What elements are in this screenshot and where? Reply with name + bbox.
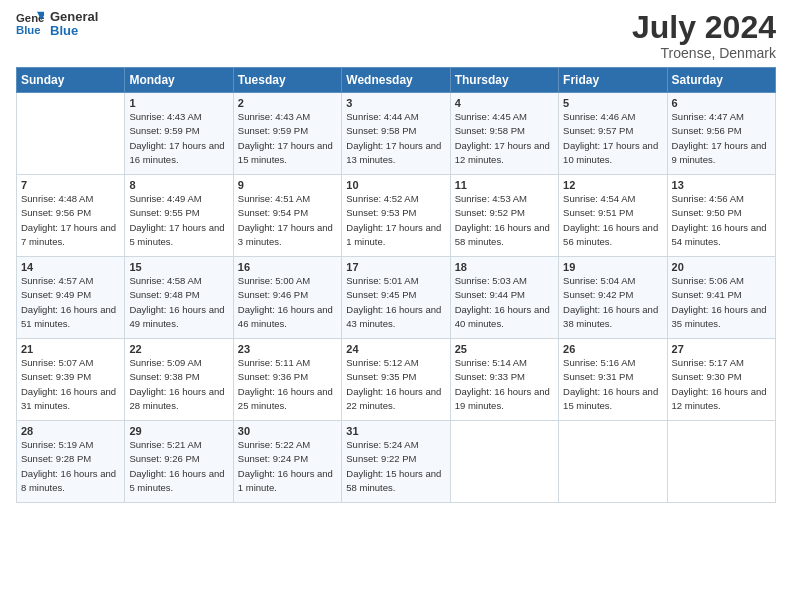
- sunrise-text: Sunrise: 5:04 AM: [563, 274, 662, 288]
- daylight-text: Daylight: 16 hours and 51 minutes.: [21, 303, 120, 332]
- calendar-cell: 13Sunrise: 4:56 AMSunset: 9:50 PMDayligh…: [667, 175, 775, 257]
- sunrise-text: Sunrise: 4:48 AM: [21, 192, 120, 206]
- logo-icon: General Blue: [16, 10, 44, 38]
- day-info: Sunrise: 4:54 AMSunset: 9:51 PMDaylight:…: [563, 192, 662, 249]
- calendar-cell: 26Sunrise: 5:16 AMSunset: 9:31 PMDayligh…: [559, 339, 667, 421]
- sunset-text: Sunset: 9:58 PM: [346, 124, 445, 138]
- day-info: Sunrise: 5:17 AMSunset: 9:30 PMDaylight:…: [672, 356, 771, 413]
- day-info: Sunrise: 5:21 AMSunset: 9:26 PMDaylight:…: [129, 438, 228, 495]
- sunset-text: Sunset: 9:57 PM: [563, 124, 662, 138]
- daylight-text: Daylight: 15 hours and 58 minutes.: [346, 467, 445, 496]
- daylight-text: Daylight: 16 hours and 31 minutes.: [21, 385, 120, 414]
- day-number: 17: [346, 261, 445, 273]
- day-number: 21: [21, 343, 120, 355]
- sunset-text: Sunset: 9:39 PM: [21, 370, 120, 384]
- day-number: 18: [455, 261, 554, 273]
- sunset-text: Sunset: 9:59 PM: [238, 124, 337, 138]
- sunset-text: Sunset: 9:31 PM: [563, 370, 662, 384]
- title-block: July 2024 Troense, Denmark: [632, 10, 776, 61]
- sunrise-text: Sunrise: 4:51 AM: [238, 192, 337, 206]
- calendar-cell: 6Sunrise: 4:47 AMSunset: 9:56 PMDaylight…: [667, 93, 775, 175]
- calendar-cell: 31Sunrise: 5:24 AMSunset: 9:22 PMDayligh…: [342, 421, 450, 503]
- calendar-cell: [17, 93, 125, 175]
- daylight-text: Daylight: 17 hours and 3 minutes.: [238, 221, 337, 250]
- day-info: Sunrise: 4:43 AMSunset: 9:59 PMDaylight:…: [129, 110, 228, 167]
- sunset-text: Sunset: 9:36 PM: [238, 370, 337, 384]
- calendar-cell: 16Sunrise: 5:00 AMSunset: 9:46 PMDayligh…: [233, 257, 341, 339]
- day-info: Sunrise: 4:53 AMSunset: 9:52 PMDaylight:…: [455, 192, 554, 249]
- day-number: 26: [563, 343, 662, 355]
- calendar-cell: 9Sunrise: 4:51 AMSunset: 9:54 PMDaylight…: [233, 175, 341, 257]
- sunrise-text: Sunrise: 5:16 AM: [563, 356, 662, 370]
- location: Troense, Denmark: [632, 45, 776, 61]
- day-number: 8: [129, 179, 228, 191]
- page-header: General Blue General Blue July 2024 Troe…: [16, 10, 776, 61]
- sunset-text: Sunset: 9:30 PM: [672, 370, 771, 384]
- day-info: Sunrise: 5:22 AMSunset: 9:24 PMDaylight:…: [238, 438, 337, 495]
- calendar-cell: 22Sunrise: 5:09 AMSunset: 9:38 PMDayligh…: [125, 339, 233, 421]
- calendar-cell: 27Sunrise: 5:17 AMSunset: 9:30 PMDayligh…: [667, 339, 775, 421]
- weekday-header: Sunday: [17, 68, 125, 93]
- daylight-text: Daylight: 17 hours and 12 minutes.: [455, 139, 554, 168]
- sunset-text: Sunset: 9:24 PM: [238, 452, 337, 466]
- daylight-text: Daylight: 17 hours and 7 minutes.: [21, 221, 120, 250]
- calendar-table: SundayMondayTuesdayWednesdayThursdayFrid…: [16, 67, 776, 503]
- day-number: 10: [346, 179, 445, 191]
- day-info: Sunrise: 4:56 AMSunset: 9:50 PMDaylight:…: [672, 192, 771, 249]
- sunrise-text: Sunrise: 5:17 AM: [672, 356, 771, 370]
- daylight-text: Daylight: 16 hours and 19 minutes.: [455, 385, 554, 414]
- sunrise-text: Sunrise: 5:22 AM: [238, 438, 337, 452]
- calendar-cell: 10Sunrise: 4:52 AMSunset: 9:53 PMDayligh…: [342, 175, 450, 257]
- daylight-text: Daylight: 16 hours and 12 minutes.: [672, 385, 771, 414]
- sunset-text: Sunset: 9:22 PM: [346, 452, 445, 466]
- calendar-week-row: 14Sunrise: 4:57 AMSunset: 9:49 PMDayligh…: [17, 257, 776, 339]
- day-info: Sunrise: 4:57 AMSunset: 9:49 PMDaylight:…: [21, 274, 120, 331]
- sunset-text: Sunset: 9:53 PM: [346, 206, 445, 220]
- sunset-text: Sunset: 9:50 PM: [672, 206, 771, 220]
- calendar-week-row: 1Sunrise: 4:43 AMSunset: 9:59 PMDaylight…: [17, 93, 776, 175]
- day-info: Sunrise: 4:44 AMSunset: 9:58 PMDaylight:…: [346, 110, 445, 167]
- sunrise-text: Sunrise: 4:52 AM: [346, 192, 445, 206]
- calendar-cell: 17Sunrise: 5:01 AMSunset: 9:45 PMDayligh…: [342, 257, 450, 339]
- daylight-text: Daylight: 16 hours and 43 minutes.: [346, 303, 445, 332]
- daylight-text: Daylight: 16 hours and 35 minutes.: [672, 303, 771, 332]
- sunrise-text: Sunrise: 4:43 AM: [129, 110, 228, 124]
- day-number: 23: [238, 343, 337, 355]
- sunset-text: Sunset: 9:56 PM: [21, 206, 120, 220]
- sunset-text: Sunset: 9:46 PM: [238, 288, 337, 302]
- day-info: Sunrise: 5:11 AMSunset: 9:36 PMDaylight:…: [238, 356, 337, 413]
- sunrise-text: Sunrise: 4:49 AM: [129, 192, 228, 206]
- calendar-cell: 2Sunrise: 4:43 AMSunset: 9:59 PMDaylight…: [233, 93, 341, 175]
- weekday-header: Tuesday: [233, 68, 341, 93]
- daylight-text: Daylight: 16 hours and 8 minutes.: [21, 467, 120, 496]
- day-info: Sunrise: 4:47 AMSunset: 9:56 PMDaylight:…: [672, 110, 771, 167]
- day-number: 27: [672, 343, 771, 355]
- sunrise-text: Sunrise: 4:43 AM: [238, 110, 337, 124]
- sunset-text: Sunset: 9:59 PM: [129, 124, 228, 138]
- sunrise-text: Sunrise: 4:46 AM: [563, 110, 662, 124]
- daylight-text: Daylight: 16 hours and 58 minutes.: [455, 221, 554, 250]
- calendar-cell: 14Sunrise: 4:57 AMSunset: 9:49 PMDayligh…: [17, 257, 125, 339]
- weekday-header-row: SundayMondayTuesdayWednesdayThursdayFrid…: [17, 68, 776, 93]
- sunrise-text: Sunrise: 4:53 AM: [455, 192, 554, 206]
- calendar-cell: 3Sunrise: 4:44 AMSunset: 9:58 PMDaylight…: [342, 93, 450, 175]
- calendar-cell: 30Sunrise: 5:22 AMSunset: 9:24 PMDayligh…: [233, 421, 341, 503]
- sunset-text: Sunset: 9:58 PM: [455, 124, 554, 138]
- sunset-text: Sunset: 9:51 PM: [563, 206, 662, 220]
- sunset-text: Sunset: 9:55 PM: [129, 206, 228, 220]
- calendar-cell: 21Sunrise: 5:07 AMSunset: 9:39 PMDayligh…: [17, 339, 125, 421]
- day-number: 28: [21, 425, 120, 437]
- calendar-cell: 19Sunrise: 5:04 AMSunset: 9:42 PMDayligh…: [559, 257, 667, 339]
- sunset-text: Sunset: 9:38 PM: [129, 370, 228, 384]
- sunrise-text: Sunrise: 5:21 AM: [129, 438, 228, 452]
- daylight-text: Daylight: 16 hours and 40 minutes.: [455, 303, 554, 332]
- sunset-text: Sunset: 9:28 PM: [21, 452, 120, 466]
- sunset-text: Sunset: 9:45 PM: [346, 288, 445, 302]
- day-info: Sunrise: 5:14 AMSunset: 9:33 PMDaylight:…: [455, 356, 554, 413]
- day-number: 25: [455, 343, 554, 355]
- sunrise-text: Sunrise: 4:44 AM: [346, 110, 445, 124]
- daylight-text: Daylight: 16 hours and 56 minutes.: [563, 221, 662, 250]
- daylight-text: Daylight: 16 hours and 46 minutes.: [238, 303, 337, 332]
- svg-text:Blue: Blue: [16, 24, 41, 36]
- day-info: Sunrise: 5:01 AMSunset: 9:45 PMDaylight:…: [346, 274, 445, 331]
